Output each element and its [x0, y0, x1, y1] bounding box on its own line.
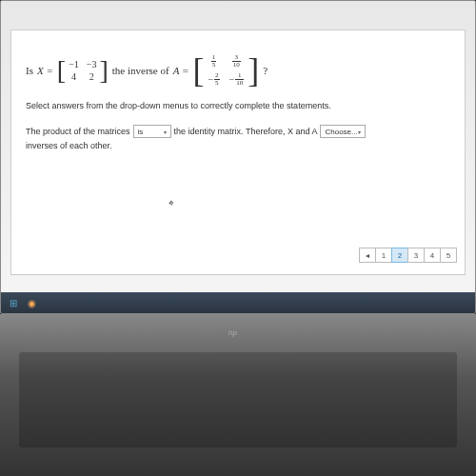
- matrix-x-content: −1 −3 4 2: [66, 59, 99, 82]
- pagination-prev[interactable]: ◄: [359, 248, 376, 263]
- hp-logo: hp: [228, 328, 237, 337]
- answer-text: the identity matrix. Therefore, X and A: [174, 127, 318, 136]
- matrix-cell: 2: [87, 71, 97, 82]
- question-middle: the inverse of: [112, 65, 169, 76]
- bracket-left-icon: [: [57, 60, 66, 81]
- chevron-down-icon: ▾: [358, 129, 361, 135]
- browser-icon[interactable]: ◉: [24, 295, 39, 310]
- dropdown-value: Choose...: [325, 128, 357, 136]
- pagination: ◄ 1 2 3 4 5: [360, 248, 457, 263]
- pagination-page-3[interactable]: 3: [407, 248, 425, 263]
- question-window: Is X = [ −1 −3 4 2 ] the inverse of A = …: [10, 30, 466, 275]
- matrix-x: [ −1 −3 4 2 ]: [57, 59, 109, 82]
- var-a: A =: [173, 65, 189, 76]
- matrix-a: [ 15 310 − 25 − 110: [192, 54, 259, 87]
- matrix-cell: 310: [229, 54, 245, 69]
- matrix-cell: −3: [87, 59, 97, 69]
- pagination-page-5[interactable]: 5: [440, 248, 457, 263]
- answer-text: inverses of each other.: [26, 141, 112, 150]
- start-icon[interactable]: ⊞: [6, 295, 21, 310]
- answer-statement: The product of the matrices is ▾ the ide…: [26, 125, 450, 150]
- bracket-left-icon: [: [192, 57, 204, 85]
- dropdown-is[interactable]: is ▾: [133, 125, 171, 138]
- pagination-page-1[interactable]: 1: [375, 248, 392, 263]
- cursor-icon: ⌖: [168, 196, 176, 208]
- var-x: X =: [37, 65, 53, 76]
- matrix-cell: 4: [69, 71, 79, 82]
- matrix-cell: − 110: [229, 72, 245, 87]
- dropdown-choose[interactable]: Choose... ▾: [320, 125, 365, 138]
- matrix-cell: 15: [208, 54, 219, 69]
- bracket-right-icon: ]: [248, 57, 259, 85]
- question-prefix: Is: [26, 65, 33, 76]
- pagination-page-4[interactable]: 4: [424, 248, 441, 263]
- taskbar: ⊞ ◉: [1, 292, 475, 313]
- instructions-text: Select answers from the drop-down menus …: [26, 101, 450, 110]
- question-equation: Is X = [ −1 −3 4 2 ] the inverse of A = …: [26, 54, 450, 87]
- screen-area: Is X = [ −1 −3 4 2 ] the inverse of A = …: [0, 0, 476, 314]
- bracket-right-icon: ]: [99, 60, 108, 81]
- keyboard-area: [19, 352, 457, 447]
- matrix-cell: − 25: [208, 72, 219, 87]
- answer-text: The product of the matrices: [26, 127, 130, 136]
- pagination-page-2[interactable]: 2: [391, 248, 408, 263]
- question-suffix: ?: [263, 65, 268, 76]
- chevron-down-icon: ▾: [164, 129, 167, 135]
- matrix-a-content: 15 310 − 25 − 110: [204, 54, 248, 87]
- matrix-cell: −1: [69, 59, 79, 69]
- dropdown-value: is: [138, 128, 144, 136]
